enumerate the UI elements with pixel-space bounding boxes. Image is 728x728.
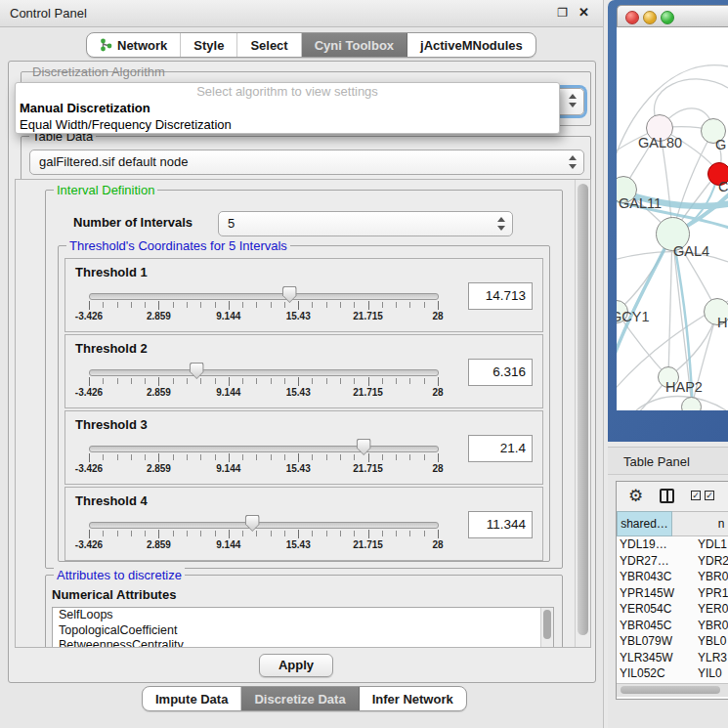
tab-style[interactable]: Style: [181, 33, 237, 57]
tab-discretize-data[interactable]: Discretize Data: [241, 687, 359, 710]
threshold-1-title: Threshold 1: [75, 265, 148, 279]
settings-vertical-scrollbar[interactable]: [575, 180, 590, 647]
split-columns-icon[interactable]: [660, 489, 674, 503]
node-label: H: [717, 315, 727, 330]
close-traffic-light-icon[interactable]: [625, 11, 639, 24]
algorithm-placeholder-option[interactable]: Select algorithm to view settings: [16, 83, 559, 100]
algorithm-dropdown-popup: Select algorithm to view settings Manual…: [15, 82, 560, 134]
table-data-group: Table Data galFiltered.sif default node: [21, 136, 591, 181]
list-item[interactable]: BetweennessCentrality: [53, 638, 553, 648]
list-item[interactable]: SelfLoops: [53, 608, 553, 623]
table-rows: YDL19…YDL1 YDR27…YDR2 YBR043CYBR0 YPR145…: [617, 536, 728, 683]
control-panel-tabs: Network Style Select Cyni Toolbox jActiv…: [86, 32, 536, 58]
threshold-3-value-field[interactable]: 21.4: [468, 435, 533, 462]
algorithm-option-equal-width[interactable]: Equal Width/Frequency Discretization: [16, 116, 559, 133]
table-row[interactable]: YBR043CYBR0: [617, 569, 728, 585]
number-of-intervals-value: 5: [228, 216, 235, 231]
float-window-icon[interactable]: ❐: [557, 6, 568, 20]
slider-major-ticks: [89, 377, 438, 386]
node-label: GCY1: [617, 309, 650, 324]
tab-network-label: Network: [117, 38, 167, 53]
table-row[interactable]: YER054CYER0: [617, 601, 728, 618]
table-row[interactable]: YDR27…YDR2: [617, 553, 728, 570]
cyni-toolbox-panel: Discretization Algorithm Select algorith…: [8, 61, 596, 683]
algorithm-option-manual[interactable]: Manual Discretization: [16, 100, 559, 116]
slider-track: [89, 369, 439, 376]
slider-track: [89, 446, 439, 452]
table-panel-title: Table Panel: [623, 454, 690, 469]
combo-arrows-icon: [496, 216, 505, 232]
cyni-mode-tabs: Impute Data Discretize Data Infer Networ…: [142, 686, 467, 711]
threshold-2-slider[interactable]: [89, 368, 437, 375]
attributes-group-label: Attributes to discretize: [54, 568, 185, 582]
tab-jactivemnodules[interactable]: jActiveMNodules: [407, 33, 535, 57]
table-row[interactable]: YDL19…YDL1: [617, 536, 728, 553]
settings-scrollpane: Interval Definition Number of Intervals …: [15, 179, 591, 648]
window-title: Control Panel: [10, 6, 87, 21]
threshold-1-panel: Threshold 1 -3.4262.8599.14415.4321.7152…: [64, 258, 543, 332]
attributes-list-scrollbar[interactable]: [540, 608, 553, 648]
number-of-intervals-combobox[interactable]: 5: [218, 211, 513, 236]
threshold-3-slider[interactable]: [89, 445, 437, 451]
threshold-3-panel: Threshold 3 -3.4262.8599.14415.4321.7152…: [64, 410, 543, 485]
table-panel-box: ⚙ ✓ ✓ shared… n YDL19…YDL1 YDR27…YDR2 YB…: [616, 481, 728, 700]
slider-major-ticks: [89, 301, 438, 310]
control-panel-window: Control Panel ❐ ✕ Network Styl: [0, 0, 604, 728]
slider-scale-labels: -3.4262.8599.14415.4321.71528: [89, 463, 438, 475]
slider-scale-labels: -3.4262.8599.14415.4321.71528: [89, 311, 438, 322]
tab-impute-data-label: Impute Data: [155, 692, 228, 707]
table-row[interactable]: YBR045CYBR0: [617, 618, 728, 634]
zoom-traffic-light-icon[interactable]: [661, 11, 674, 24]
threshold-3-title: Threshold 3: [75, 417, 148, 432]
threshold-4-title: Threshold 4: [75, 493, 148, 508]
slider-major-ticks: [89, 530, 438, 538]
interval-definition-group: Interval Definition Number of Intervals …: [45, 190, 563, 569]
tab-infer-network[interactable]: Infer Network: [360, 687, 466, 710]
threshold-1-value-field[interactable]: 14.713: [468, 282, 533, 310]
network-node[interactable]: [681, 397, 702, 410]
network-window-titlebar: [617, 5, 728, 27]
threshold-2-value-field[interactable]: 6.316: [468, 359, 533, 386]
attributes-group: Attributes to discretize Numerical Attri…: [45, 575, 563, 648]
checkbox-icon[interactable]: ✓: [705, 491, 714, 500]
table-row[interactable]: YIL052CYIL0: [617, 665, 728, 682]
tab-infer-network-label: Infer Network: [372, 692, 453, 707]
table-row[interactable]: YBL079WYBL0: [617, 633, 728, 650]
slider-major-ticks: [89, 453, 438, 462]
numerical-attributes-list[interactable]: SelfLoops TopologicalCoefficient Between…: [52, 607, 554, 648]
numerical-attributes-label: Numerical Attributes: [52, 587, 176, 602]
gear-icon[interactable]: ⚙: [628, 486, 643, 506]
table-panel-titlebar: Table Panel: [608, 447, 728, 475]
interval-definition-group-label: Interval Definition: [54, 183, 157, 197]
column-header-name[interactable]: n: [672, 511, 728, 536]
close-window-icon[interactable]: ✕: [578, 6, 589, 20]
minimize-traffic-light-icon[interactable]: [643, 11, 657, 24]
checkbox-icon[interactable]: ✓: [691, 491, 701, 500]
slider-track: [89, 522, 439, 529]
discretization-algorithm-group-label: Discretization Algorithm: [29, 64, 168, 79]
number-of-intervals-label: Number of Intervals: [73, 215, 193, 230]
combo-arrows-icon: [568, 93, 577, 108]
tab-network[interactable]: Network: [87, 33, 181, 57]
tab-select[interactable]: Select: [237, 33, 301, 57]
slider-scale-labels: -3.4262.8599.14415.4321.71528: [89, 387, 438, 399]
threshold-4-slider[interactable]: [89, 521, 437, 528]
tab-impute-data[interactable]: Impute Data: [143, 687, 241, 710]
table-data-combobox[interactable]: galFiltered.sif default node: [29, 150, 584, 175]
table-row[interactable]: YLR345WYLR3: [617, 650, 728, 666]
tab-cyni-toolbox[interactable]: Cyni Toolbox: [302, 33, 407, 57]
threshold-4-value-field[interactable]: 11.344: [468, 511, 533, 538]
column-header-shared[interactable]: shared…: [617, 511, 672, 536]
apply-button[interactable]: Apply: [259, 654, 333, 677]
threshold-2-panel: Threshold 2 -3.4262.8599.14415.4321.7152…: [64, 334, 543, 408]
node-label: GAL11: [619, 195, 662, 211]
node-label: GAL4: [673, 243, 709, 259]
thresholds-group: Threshold's Coordinates for 5 Intervals …: [58, 245, 550, 562]
list-item[interactable]: TopologicalCoefficient: [53, 623, 553, 639]
threshold-1-slider[interactable]: [89, 292, 437, 299]
control-panel-titlebar: Control Panel ❐ ✕: [0, 0, 603, 27]
table-panel: ⚙ ✓ ✓ shared… n YDL19…YDL1 YDR27…YDR2 YB…: [608, 475, 728, 728]
table-horizontal-scrollbar[interactable]: [617, 683, 728, 697]
network-canvas[interactable]: GAL80 G GAL11 GAL4 GCY1 H HAP2 C: [617, 27, 728, 410]
table-row[interactable]: YPR145WYPR1: [617, 585, 728, 602]
